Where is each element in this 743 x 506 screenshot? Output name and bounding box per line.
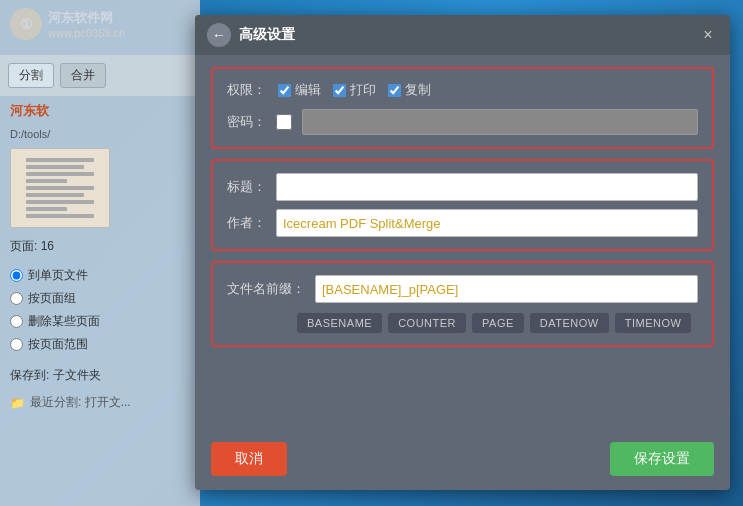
thumb-line [26, 186, 94, 190]
preview-thumbnail [10, 148, 110, 228]
back-button[interactable]: ← [207, 23, 231, 47]
radio-page-range-label: 按页面范围 [28, 336, 88, 353]
title-row: 标题： [227, 173, 698, 201]
radio-delete-pages[interactable]: 删除某些页面 [10, 313, 190, 330]
radio-page-range[interactable]: 按页面范围 [10, 336, 190, 353]
meta-section: 标题： 作者： [211, 159, 714, 251]
thumb-line [26, 158, 94, 162]
copy-label: 复制 [405, 81, 431, 99]
permissions-row: 权限： 编辑 打印 复制 [227, 81, 698, 99]
dialog-titlebar: ← 高级设置 × [195, 15, 730, 55]
token-btn-page[interactable]: PAGE [472, 313, 524, 333]
close-button[interactable]: × [698, 25, 718, 45]
thumb-line [26, 179, 67, 183]
back-icon: ← [212, 27, 226, 43]
token-buttons: BASENAMECOUNTERPAGEDATENOWTIMENOW [227, 313, 698, 333]
dialog-title-left: ← 高级设置 [207, 23, 295, 47]
radio-single-page[interactable]: 到单页文件 [10, 267, 190, 284]
thumb-line [26, 214, 94, 218]
save-button[interactable]: 保存设置 [610, 442, 714, 476]
author-row: 作者： [227, 209, 698, 237]
dialog-footer: 取消 保存设置 [195, 432, 730, 490]
close-icon: × [703, 26, 712, 44]
advanced-settings-dialog: ← 高级设置 × 权限： 编辑 打印 复制 [195, 15, 730, 490]
file-prefix-row: 文件名前缀： [227, 275, 698, 303]
tab-split[interactable]: 分割 [8, 63, 54, 88]
author-label: 作者： [227, 214, 266, 232]
tab-merge[interactable]: 合并 [60, 63, 106, 88]
password-checkbox[interactable] [276, 114, 292, 130]
cancel-button[interactable]: 取消 [211, 442, 287, 476]
radio-page-group-label: 按页面组 [28, 290, 76, 307]
password-row: 密码： [227, 109, 698, 135]
title-label: 标题： [227, 178, 266, 196]
file-prefix-label: 文件名前缀： [227, 280, 305, 298]
tab-bar: 分割 合并 [0, 55, 200, 96]
radio-page-group[interactable]: 按页面组 [10, 290, 190, 307]
token-btn-counter[interactable]: COUNTER [388, 313, 466, 333]
password-label: 密码： [227, 113, 266, 131]
title-input[interactable] [276, 173, 698, 201]
token-btn-timenow[interactable]: TIMENOW [615, 313, 692, 333]
left-panel: 分割 合并 河东软 D:/tools/ 页面: 16 到单页文件 按页面组 [0, 0, 200, 506]
edit-label: 编辑 [295, 81, 321, 99]
print-label: 打印 [350, 81, 376, 99]
dialog-title: 高级设置 [239, 26, 295, 44]
thumb-line [26, 165, 84, 169]
radio-single-page-label: 到单页文件 [28, 267, 88, 284]
thumb-line [26, 207, 67, 211]
folder-icon: 📁 [10, 396, 25, 410]
file-prefix-input[interactable] [315, 275, 698, 303]
thumb-line [26, 193, 84, 197]
dialog-body: 权限： 编辑 打印 复制 密码： [195, 55, 730, 432]
author-input[interactable] [276, 209, 698, 237]
company-path: D:/tools/ [0, 126, 200, 142]
edit-checkbox[interactable] [278, 84, 291, 97]
permissions-section: 权限： 编辑 打印 复制 密码： [211, 67, 714, 149]
print-permission[interactable]: 打印 [333, 81, 376, 99]
file-prefix-section: 文件名前缀： BASENAMECOUNTERPAGEDATENOWTIMENOW [211, 261, 714, 347]
pages-info: 页面: 16 [0, 234, 200, 259]
edit-permission[interactable]: 编辑 [278, 81, 321, 99]
print-checkbox[interactable] [333, 84, 346, 97]
company-name: 河东软 [0, 96, 200, 126]
password-input-field[interactable] [302, 109, 698, 135]
open-row: 📁 最近分割: 打开文... [0, 390, 200, 415]
radio-group: 到单页文件 按页面组 删除某些页面 按页面范围 [0, 259, 200, 361]
permissions-label: 权限： [227, 81, 266, 99]
radio-delete-pages-label: 删除某些页面 [28, 313, 100, 330]
open-row-label: 最近分割: 打开文... [30, 394, 131, 411]
copy-permission[interactable]: 复制 [388, 81, 431, 99]
token-btn-basename[interactable]: BASENAME [297, 313, 382, 333]
thumb-line [26, 200, 94, 204]
token-btn-datenow[interactable]: DATENOW [530, 313, 609, 333]
copy-checkbox[interactable] [388, 84, 401, 97]
save-row: 保存到: 子文件夹 [0, 361, 200, 390]
thumb-line [26, 172, 94, 176]
